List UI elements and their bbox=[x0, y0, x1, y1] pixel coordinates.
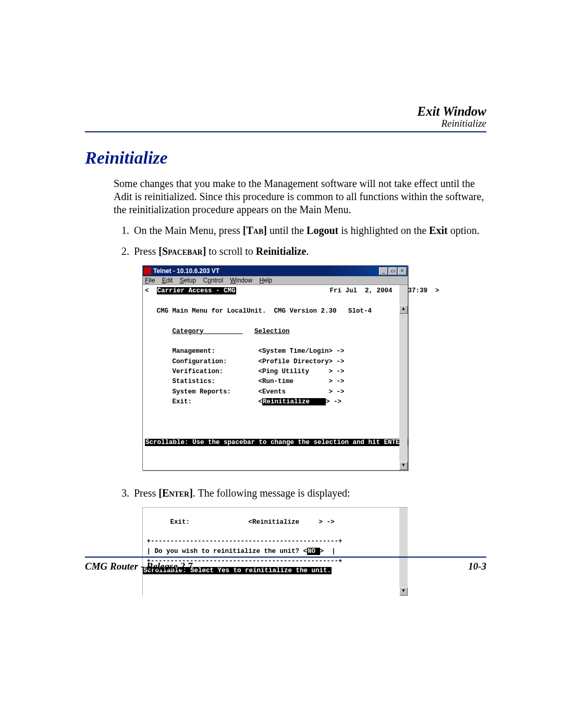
menu-setup[interactable]: Setup bbox=[180, 277, 196, 284]
key-spacebar: [Spacebar] bbox=[158, 245, 206, 257]
step-2: Press [Spacebar] to scroll to Reinitiali… bbox=[132, 244, 486, 258]
minimize-button[interactable]: _ bbox=[379, 267, 388, 275]
scroll-up-button[interactable]: ▲ bbox=[399, 305, 408, 314]
footer-rule bbox=[85, 557, 486, 558]
footer-right: 10-3 bbox=[468, 561, 486, 572]
menubar: File Edit Setup Control Window Help bbox=[143, 276, 408, 285]
scrollbar[interactable]: ▲ ▼ bbox=[399, 285, 408, 470]
col-category: Category bbox=[173, 328, 243, 335]
intro-paragraph: Some changes that you make to the Manage… bbox=[114, 177, 486, 216]
row-statistics: Statistics: <Run-time > -> bbox=[173, 378, 345, 385]
app-icon bbox=[144, 267, 151, 275]
row-verification: Verification: <Ping Utility > -> bbox=[173, 368, 345, 375]
dialog-exit-line: Exit: <Reinitialize > -> bbox=[143, 519, 335, 526]
term-datetime: Fri Jul 2, 2004 2:37:39 bbox=[330, 287, 428, 294]
row-exit: Exit: <Reinitialize > -> bbox=[173, 398, 342, 405]
window-title: Telnet - 10.10.6.203 VT bbox=[153, 267, 378, 275]
key-tab: [Tab] bbox=[243, 225, 267, 236]
dialog-prompt: | Do you wish to reinitialize the unit? … bbox=[143, 548, 336, 555]
page-header-title: Exit Window bbox=[85, 104, 486, 119]
step-3: Press [Enter]. The following message is … bbox=[132, 486, 486, 500]
menu-window[interactable]: Window bbox=[230, 277, 253, 284]
menu-control[interactable]: Control bbox=[203, 277, 223, 284]
row-management: Management: <System Time/Login> -> bbox=[173, 348, 345, 355]
row-configuration: Configuration: <Profile Directory> -> bbox=[173, 358, 345, 365]
term-subhead: CMG Main Menu for LocalUnit. CMG Version… bbox=[157, 307, 372, 315]
term-status-line: Scrollable: Use the spacebar to change t… bbox=[145, 439, 408, 446]
header-rule bbox=[85, 131, 486, 132]
section-title: Reinitialize bbox=[85, 148, 486, 168]
dialog-window: Exit: <Reinitialize > -> +--------------… bbox=[142, 507, 408, 596]
footer-left: CMG Router - Release 2.7 bbox=[85, 561, 192, 572]
scrollbar-2[interactable]: ▼ bbox=[399, 508, 408, 596]
dialog-no-option[interactable]: NO bbox=[307, 548, 320, 555]
menu-help[interactable]: Help bbox=[260, 277, 273, 284]
scroll-down-button-2[interactable]: ▼ bbox=[399, 587, 408, 596]
steps-list-cont: Press [Enter]. The following message is … bbox=[114, 486, 486, 500]
close-button[interactable]: × bbox=[398, 267, 407, 275]
term-brand: Carrier Access - CMG bbox=[157, 287, 236, 294]
col-selection: Selection bbox=[254, 328, 290, 335]
titlebar: Telnet - 10.10.6.203 VT _ ▭ × bbox=[143, 266, 408, 276]
menu-file[interactable]: File bbox=[145, 277, 155, 284]
scroll-down-button[interactable]: ▼ bbox=[399, 462, 408, 470]
dialog-border-top: +---------------------------------------… bbox=[143, 538, 342, 545]
steps-list: On the Main Menu, press [Tab] until the … bbox=[114, 224, 486, 258]
key-enter: [Enter] bbox=[158, 487, 193, 499]
telnet-window: Telnet - 10.10.6.203 VT _ ▭ × File Edit … bbox=[142, 265, 408, 471]
menu-edit[interactable]: Edit bbox=[162, 277, 173, 284]
page-footer: CMG Router - Release 2.7 10-3 bbox=[85, 557, 486, 572]
terminal-area: < Carrier Access - CMG Fri Jul 2, 2004 2… bbox=[143, 285, 408, 470]
step-1: On the Main Menu, press [Tab] until the … bbox=[132, 224, 486, 237]
page-header-subtitle: Reinitialize bbox=[85, 118, 486, 129]
maximize-button[interactable]: ▭ bbox=[388, 267, 397, 275]
row-system-reports: System Reports: <Events > -> bbox=[173, 388, 345, 396]
